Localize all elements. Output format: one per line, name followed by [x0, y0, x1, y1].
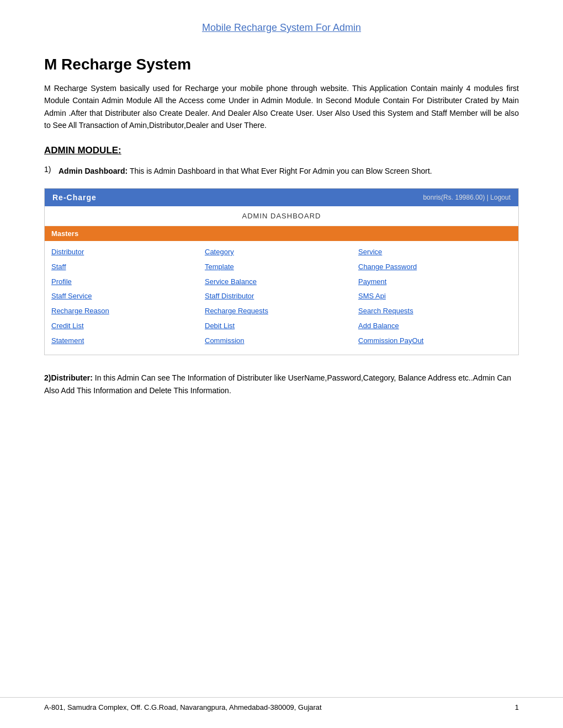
widget-header: Re-Charge bonris(Rs. 19986.00) | Logout [45, 189, 518, 206]
menu-link[interactable]: Category [205, 247, 358, 258]
menu-link[interactable]: Recharge Requests [205, 306, 358, 317]
menu-link[interactable]: Distributor [51, 247, 205, 258]
admin-dashboard-item: 1) Admin Dashboard: This is Admin Dashbo… [44, 165, 519, 177]
menu-link[interactable]: Service Balance [205, 276, 358, 288]
main-title: M Recharge System [44, 56, 519, 73]
widget-user-info: bonris(Rs. 19986.00) | Logout [423, 194, 511, 201]
item-label: Admin Dashboard: [59, 167, 128, 175]
page-header: Mobile Recharge System For Admin [44, 22, 519, 34]
intro-paragraph: M Recharge System basically used for Rec… [44, 82, 519, 132]
menu-link[interactable]: Change Password [358, 261, 512, 273]
menu-col-3: ServiceChange PasswordPaymentSMS ApiSear… [358, 247, 512, 347]
menu-link[interactable]: Recharge Reason [51, 306, 205, 317]
menu-link[interactable]: Staff Service [51, 291, 205, 302]
widget-logo: Re-Charge [52, 193, 97, 202]
menu-link[interactable]: Search Requests [358, 306, 512, 317]
item-number: 1) [44, 165, 55, 177]
menu-link[interactable]: Staff Distributor [205, 291, 358, 302]
section2-text: In this Admin Can see The Information of… [44, 373, 511, 395]
page-footer: A-801, Samudra Complex, Off. C.G.Road, N… [0, 697, 563, 711]
menu-link[interactable]: Template [205, 261, 358, 273]
menu-link[interactable]: Add Balance [358, 320, 512, 332]
menu-grid: DistributorStaffProfileStaff ServiceRech… [45, 241, 518, 355]
admin-module-title: ADMIN MODULE: [44, 145, 519, 156]
item-desc: This is Admin Dashboard in that What Eve… [130, 167, 432, 175]
menu-link[interactable]: Staff [51, 261, 205, 273]
menu-col-2: CategoryTemplateService BalanceStaff Dis… [205, 247, 358, 347]
menu-link[interactable]: Statement [51, 335, 205, 347]
menu-link[interactable]: Profile [51, 276, 205, 288]
menu-link[interactable]: Payment [358, 276, 512, 288]
widget-subheader: Admin Dashboard [45, 206, 518, 226]
menu-col-1: DistributorStaffProfileStaff ServiceRech… [51, 247, 205, 347]
masters-bar: Masters [45, 226, 518, 241]
menu-link[interactable]: Credit List [51, 320, 205, 332]
section2: 2)Distributer: In this Admin Can see The… [44, 372, 519, 398]
menu-link[interactable]: Service [358, 247, 512, 258]
section2-label: 2)Distributer: [44, 373, 93, 382]
menu-link[interactable]: Debit List [205, 320, 358, 332]
menu-link[interactable]: SMS Api [358, 291, 512, 302]
menu-link[interactable]: Commission PayOut [358, 335, 512, 347]
menu-link[interactable]: Commission [205, 335, 358, 347]
footer-address: A-801, Samudra Complex, Off. C.G.Road, N… [44, 703, 322, 711]
item-content: Admin Dashboard: This is Admin Dashboard… [59, 165, 432, 177]
dashboard-widget: Re-Charge bonris(Rs. 19986.00) | Logout … [44, 188, 519, 355]
page-number: 1 [515, 703, 519, 711]
